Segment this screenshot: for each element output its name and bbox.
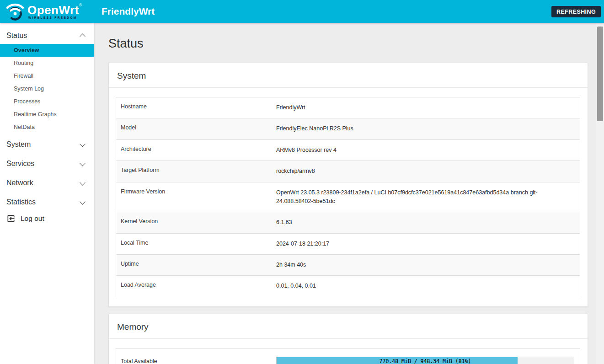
sidebar-item-routing[interactable]: Routing: [0, 57, 94, 70]
sidebar-item-system-log[interactable]: System Log: [0, 82, 94, 95]
divider: [109, 87, 588, 88]
page-title: Status: [108, 37, 588, 51]
table-row: HostnameFriendlyWrt: [116, 97, 580, 118]
system-card: System HostnameFriendlyWrtModelFriendlyE…: [108, 63, 588, 307]
chevron-up-icon: [80, 33, 86, 39]
divider: [109, 338, 588, 339]
row-label: Model: [116, 118, 276, 139]
top-bar: OpenWrt® WIRELESS FREEDOM FriendlyWrt RE…: [0, 0, 604, 23]
chevron-down-icon: [80, 160, 86, 166]
table-row: Target Platformrockchip/armv8: [116, 161, 580, 182]
row-value: rockchip/armv8: [276, 161, 580, 182]
progressbar: 770.48 MiB / 948.34 MiB (81%): [276, 357, 574, 364]
logout-button[interactable]: Log out: [6, 214, 44, 223]
row-value: FriendlyWrt: [276, 97, 580, 118]
sidebar-item-realtime-graphs[interactable]: Realtime Graphs: [0, 108, 94, 121]
table-row: Local Time2024-07-18 21:20:17: [116, 234, 580, 255]
row-label: Load Average: [116, 276, 276, 296]
brand-text: OpenWrt® WIRELESS FREEDOM: [27, 4, 82, 20]
row-value: 0.01, 0.04, 0.01: [276, 276, 580, 296]
sidebar-item-firewall[interactable]: Firewall: [0, 70, 94, 82]
main-content: Status System HostnameFriendlyWrtModelFr…: [94, 23, 596, 364]
table-row: Load Average0.01, 0.04, 0.01: [116, 276, 580, 296]
sidebar-nav: StatusOverviewRoutingFirewallSystem LogP…: [0, 23, 94, 213]
table-row: ArchitectureARMv8 Processor rev 4: [116, 140, 580, 161]
chevron-down-icon: [80, 179, 86, 185]
system-table: HostnameFriendlyWrtModelFriendlyElec Nan…: [116, 97, 580, 297]
nav-gap: [0, 210, 94, 213]
table-row: ModelFriendlyElec NanoPi R2S Plus: [116, 118, 580, 139]
row-value: 6.1.63: [276, 212, 580, 233]
sidebar-section-label: Status: [6, 32, 27, 40]
memory-card: Memory Total Available770.48 MiB / 948.3…: [108, 314, 588, 364]
scrollbar-track[interactable]: [596, 23, 604, 364]
registered-mark: ®: [79, 3, 82, 7]
row-label: Kernel Version: [116, 212, 276, 233]
sidebar-section-statistics[interactable]: Statistics: [0, 194, 94, 210]
app-window: OpenWrt® WIRELESS FREEDOM FriendlyWrt RE…: [0, 0, 604, 364]
table-row: Total Available770.48 MiB / 948.34 MiB (…: [116, 348, 580, 364]
row-value: 2h 34m 40s: [276, 255, 580, 275]
row-value: ARMv8 Processor rev 4: [276, 140, 580, 161]
row-label: Architecture: [116, 140, 276, 161]
sidebar-section-system[interactable]: System: [0, 136, 94, 153]
chevron-down-icon: [80, 198, 86, 204]
row-value: FriendlyElec NanoPi R2S Plus: [276, 118, 580, 139]
sidebar-section-label: System: [6, 140, 31, 149]
row-value: OpenWrt 23.05.3 r23809-234f1a2efa / LuCI…: [276, 182, 580, 212]
sidebar-section-network[interactable]: Network: [0, 175, 94, 191]
sidebar-section-label: Services: [6, 160, 34, 168]
sidebar-item-overview[interactable]: Overview: [0, 44, 94, 57]
row-label: Local Time: [116, 234, 276, 254]
sidebar-item-processes[interactable]: Processes: [0, 95, 94, 108]
logout-icon: [6, 214, 16, 223]
wifi-logo-icon: [4, 0, 27, 23]
refreshing-button[interactable]: REFRESHING: [551, 6, 601, 17]
row-label: Uptime: [116, 255, 276, 275]
row-label: Firmware Version: [116, 182, 276, 212]
row-value: 2024-07-18 21:20:17: [276, 234, 580, 254]
sidebar-section-label: Statistics: [6, 198, 36, 206]
sidebar-item-netdata[interactable]: NetData: [0, 121, 94, 134]
logout-label: Log out: [21, 214, 44, 223]
memory-card-title: Memory: [109, 314, 588, 338]
row-label: Total Available: [116, 349, 276, 364]
chevron-down-icon: [80, 141, 86, 147]
sidebar-section-label: Network: [6, 179, 33, 187]
row-label: Hostname: [116, 97, 276, 118]
brand-name: OpenWrt: [27, 3, 79, 17]
page-header-title: FriendlyWrt: [102, 6, 155, 17]
brand-tagline: WIRELESS FREEDOM: [27, 16, 82, 20]
table-row: Uptime2h 34m 40s: [116, 255, 580, 276]
table-row: Firmware VersionOpenWrt 23.05.3 r23809-2…: [116, 182, 580, 213]
row-label: Target Platform: [116, 161, 276, 182]
memory-table: Total Available770.48 MiB / 948.34 MiB (…: [116, 348, 580, 364]
sidebar: StatusOverviewRoutingFirewallSystem LogP…: [0, 23, 94, 364]
progressbar-cell: 770.48 MiB / 948.34 MiB (81%): [276, 348, 580, 364]
scrollbar-thumb[interactable]: [597, 27, 603, 121]
progressbar-text: 770.48 MiB / 948.34 MiB (81%): [277, 357, 574, 364]
sidebar-section-status[interactable]: Status: [0, 27, 94, 44]
table-row: Kernel Version6.1.63: [116, 212, 580, 233]
sidebar-section-services[interactable]: Services: [0, 155, 94, 172]
openwrt-logo: OpenWrt® WIRELESS FREEDOM: [4, 0, 82, 23]
system-card-title: System: [109, 63, 588, 87]
